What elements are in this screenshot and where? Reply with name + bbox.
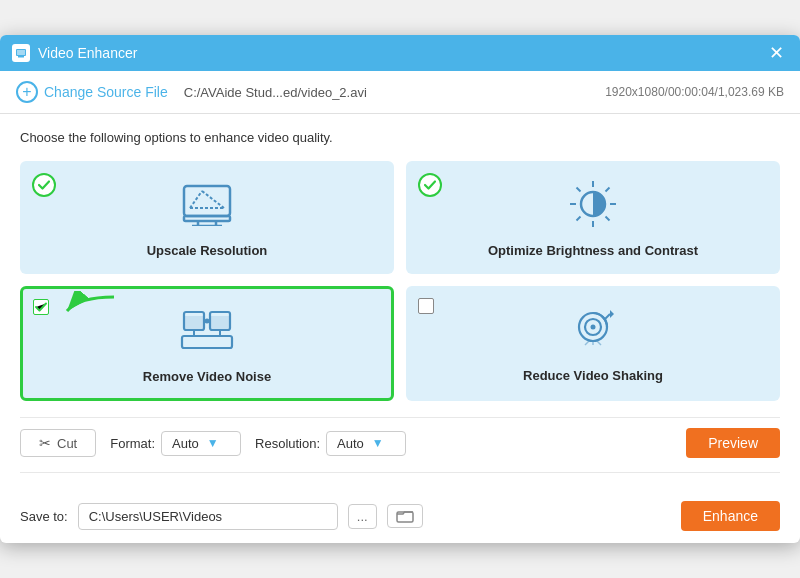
svg-line-9	[202, 191, 224, 208]
enhance-button[interactable]: Enhance	[681, 501, 780, 531]
format-label: Format:	[110, 436, 155, 451]
svg-line-16	[577, 188, 581, 192]
upscale-check-circle[interactable]	[32, 173, 56, 197]
change-source-button[interactable]: + Change Source File	[16, 81, 168, 103]
svg-rect-24	[210, 316, 230, 330]
save-path-input[interactable]	[78, 503, 338, 530]
file-path: C:/AVAide Stud...ed/video_2.avi	[184, 85, 589, 100]
noise-icon	[177, 305, 237, 355]
content-area: Choose the following options to enhance …	[0, 114, 800, 489]
titlebar: Video Enhancer ✕	[0, 35, 800, 71]
video-enhancer-window: Video Enhancer ✕ + Change Source File C:…	[0, 35, 800, 543]
window-title: Video Enhancer	[38, 45, 137, 61]
svg-line-36	[597, 341, 601, 345]
format-dropdown-icon: ▼	[207, 436, 219, 450]
scissors-icon: ✂	[39, 435, 51, 451]
svg-line-33	[605, 314, 610, 319]
add-icon: +	[16, 81, 38, 103]
file-meta: 1920x1080/00:00:04/1,023.69 KB	[605, 85, 784, 99]
noise-check-square[interactable]	[33, 299, 49, 315]
svg-rect-23	[184, 316, 204, 330]
resolution-group: Resolution: Auto ▼	[255, 431, 406, 456]
brightness-label: Optimize Brightness and Contrast	[488, 243, 698, 258]
titlebar-left: Video Enhancer	[12, 44, 137, 62]
svg-line-8	[190, 191, 202, 208]
resolution-select[interactable]: Auto ▼	[326, 431, 406, 456]
upscale-label: Upscale Resolution	[147, 243, 268, 258]
brightness-check-circle[interactable]	[418, 173, 442, 197]
svg-marker-2	[17, 50, 25, 55]
svg-line-19	[577, 217, 581, 221]
shaking-check-square[interactable]	[418, 298, 434, 314]
upscale-icon	[177, 179, 237, 229]
format-select[interactable]: Auto ▼	[161, 431, 241, 456]
svg-rect-3	[184, 186, 230, 216]
reduce-shaking-card[interactable]: Reduce Video Shaking	[406, 286, 780, 401]
folder-icon	[396, 509, 414, 523]
brightness-icon	[563, 179, 623, 229]
upscale-resolution-card[interactable]: Upscale Resolution	[20, 161, 394, 274]
svg-rect-29	[182, 336, 232, 348]
footer: Save to: ... Enhance	[0, 489, 800, 543]
resolution-value: Auto	[337, 436, 364, 451]
cut-button[interactable]: ✂ Cut	[20, 429, 96, 457]
shaking-icon	[563, 304, 623, 354]
svg-point-32	[591, 325, 596, 330]
open-folder-button[interactable]	[387, 504, 423, 528]
toolbar: + Change Source File C:/AVAide Stud...ed…	[0, 71, 800, 114]
svg-line-34	[585, 341, 589, 345]
brightness-contrast-card[interactable]: Optimize Brightness and Contrast	[406, 161, 780, 274]
noise-label: Remove Video Noise	[143, 369, 271, 384]
shaking-label: Reduce Video Shaking	[523, 368, 663, 383]
resolution-dropdown-icon: ▼	[372, 436, 384, 450]
arrow-indicator	[59, 291, 119, 323]
subtitle: Choose the following options to enhance …	[20, 130, 780, 145]
app-icon	[12, 44, 30, 62]
resolution-label: Resolution:	[255, 436, 320, 451]
cut-label: Cut	[57, 436, 77, 451]
remove-noise-card[interactable]: Remove Video Noise	[20, 286, 394, 401]
controls-row: ✂ Cut Format: Auto ▼ Resolution: Auto ▼ …	[20, 417, 780, 473]
format-group: Format: Auto ▼	[110, 431, 241, 456]
close-button[interactable]: ✕	[765, 42, 788, 64]
svg-line-18	[606, 188, 610, 192]
change-source-label: Change Source File	[44, 84, 168, 100]
preview-button[interactable]: Preview	[686, 428, 780, 458]
svg-line-17	[606, 217, 610, 221]
format-value: Auto	[172, 436, 199, 451]
options-grid: Upscale Resolution	[20, 161, 780, 401]
save-to-label: Save to:	[20, 509, 68, 524]
svg-rect-4	[184, 216, 230, 221]
svg-point-26	[205, 319, 210, 324]
more-options-button[interactable]: ...	[348, 504, 377, 529]
svg-rect-1	[18, 56, 24, 58]
